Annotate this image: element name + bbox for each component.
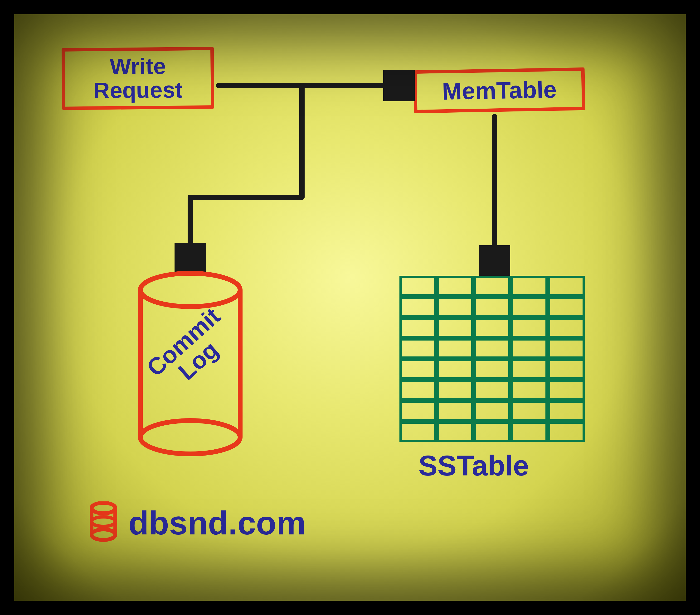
grid-cell (437, 380, 474, 401)
grid-cell (474, 400, 511, 421)
grid-cell (511, 421, 548, 442)
sstable-node (399, 276, 585, 442)
grid-cell (511, 359, 548, 380)
grid-cell (474, 380, 511, 401)
sstable-label: SSTable (418, 449, 529, 482)
svg-point-2 (91, 503, 115, 513)
grid-cell (437, 359, 474, 380)
diagram-canvas: Write Request MemTable Commit Log (14, 14, 686, 601)
svg-point-3 (91, 529, 115, 540)
grid-cell (548, 276, 585, 297)
grid-cell (548, 380, 585, 401)
grid-cell (437, 276, 474, 297)
grid-cell (437, 421, 474, 442)
grid-cell (548, 359, 585, 380)
grid-cell (437, 297, 474, 318)
svg-point-4 (91, 517, 115, 526)
grid-cell (399, 317, 437, 338)
grid-cell (548, 317, 585, 338)
grid-cell (399, 380, 437, 401)
grid-cell (474, 421, 511, 442)
grid-cell (474, 359, 511, 380)
footer-logo-icon (88, 501, 119, 542)
grid-cell (511, 380, 548, 401)
grid-cell (399, 338, 437, 359)
grid-cell (399, 421, 437, 442)
arrow-write-to-commitlog (190, 86, 302, 264)
grid-cell (474, 276, 511, 297)
grid-cell (548, 338, 585, 359)
grid-cell (548, 297, 585, 318)
grid-cell (511, 297, 548, 318)
grid-cell (399, 400, 437, 421)
grid-cell (548, 421, 585, 442)
grid-cell (474, 297, 511, 318)
svg-point-0 (140, 273, 240, 307)
svg-point-1 (140, 421, 240, 454)
grid-cell (511, 276, 548, 297)
grid-cell (511, 338, 548, 359)
grid-cell (511, 317, 548, 338)
grid-cell (511, 400, 548, 421)
grid-cell (437, 338, 474, 359)
grid-cell (437, 317, 474, 338)
footer-site: dbsnd.com (128, 504, 306, 542)
grid-cell (399, 359, 437, 380)
grid-cell (399, 297, 437, 318)
grid-cell (399, 276, 437, 297)
grid-cell (474, 317, 511, 338)
grid-cell (548, 400, 585, 421)
grid-cell (474, 338, 511, 359)
grid-cell (437, 400, 474, 421)
